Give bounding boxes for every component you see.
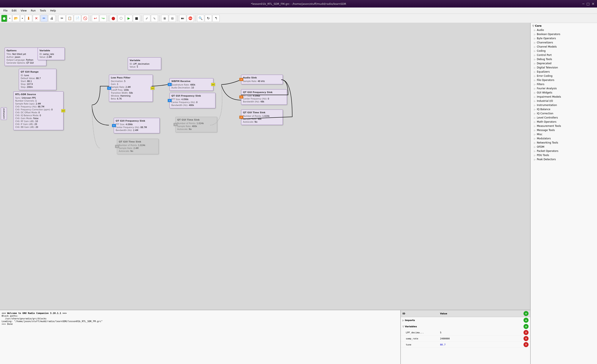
qt-time-sink3-block[interactable]: QT GUI Time Sink Number of Points: 1.024… [117, 139, 159, 154]
search-button[interactable]: 🔍 [197, 15, 204, 22]
paste-button[interactable]: 📄 [74, 15, 81, 22]
var-row-samp[interactable]: samp_rate 2400000 ✕ [401, 336, 530, 342]
qt-time-sink2-block[interactable]: QT GUI Time Sink Number of Points: 1.024… [175, 117, 217, 132]
menu-tools[interactable]: Tools [38, 9, 48, 13]
sidebar-item-control-port[interactable]: ▷ Control Port [531, 53, 597, 57]
open-button[interactable]: 📂 [13, 15, 20, 22]
menu-view[interactable]: View [19, 9, 28, 13]
audio-sink-in-port[interactable]: in [239, 78, 244, 81]
errors-button[interactable]: ⛔ [187, 15, 194, 22]
menu-file[interactable]: File [2, 9, 9, 13]
sidebar-item-byte-operators[interactable]: ▷ Byte Operators [531, 36, 597, 40]
qt-time-sink1-block[interactable]: QT GUI Time Sink Number of Points: 1.024… [241, 109, 283, 125]
qt-time-sink2-in-port[interactable]: in [173, 123, 178, 126]
add-var-button[interactable]: + [524, 324, 528, 329]
variables-section[interactable]: ▽ Variables + [401, 323, 530, 330]
sidebar-item-equalizers[interactable]: ▷ Equalizers [531, 70, 597, 74]
sidebar-item-modulators[interactable]: ▷ Modulators [531, 136, 597, 141]
sidebar-item-message-tools[interactable]: ▷ Message Tools [531, 128, 597, 132]
sidebar-item-channelizers[interactable]: ▷ Channelizers [531, 40, 597, 45]
zoom-out-button[interactable]: ⤡ [151, 15, 158, 22]
var-row-lpf[interactable]: LPF_decima... 5 ✕ [401, 330, 530, 336]
sidebar-item-peak-detectors[interactable]: ▷ Peak Detectors [531, 157, 597, 162]
rtl-sdr-block[interactable]: RTL-SDR Source Sync: Unknown PPS Number … [13, 91, 63, 130]
sidebar-item-error-coding[interactable]: ▷ Error Coding [531, 74, 597, 78]
close-window-button[interactable]: ✕ [592, 2, 595, 6]
sidebar-item-coding[interactable]: ▷ Coding [531, 49, 597, 53]
undo-button[interactable]: ↩ [92, 15, 99, 22]
minimize-button[interactable]: ─ [582, 2, 584, 6]
qt-freq-sink2-in-port[interactable]: in [168, 99, 172, 102]
var-row-tune[interactable]: tune 88.7 ✕ [401, 342, 530, 348]
qt-time-sink1-in-port[interactable]: in [239, 116, 244, 119]
menu-help[interactable]: Help [48, 9, 57, 13]
sidebar-item-deprecated[interactable]: ▷ Deprecated [531, 61, 597, 65]
cut-button[interactable]: ✂ [58, 15, 66, 22]
lpf-block[interactable]: Low Pass Filter Decimation: 5 Gain: 1 Sa… [109, 75, 153, 102]
copy-button[interactable]: 📋 [66, 15, 73, 22]
lpf-out-port[interactable]: out [150, 86, 155, 90]
print-button[interactable]: 🖨 [48, 15, 55, 22]
sidebar-item-impairment-models[interactable]: ▷ Impairment Models [531, 95, 597, 99]
stop-button[interactable]: ⬤ [110, 15, 117, 22]
align-button[interactable]: ⊞ [161, 15, 168, 22]
run-button[interactable]: ▶ [125, 15, 132, 22]
sidebar-item-boolean-operators[interactable]: ▷ Boolean Operators [531, 32, 597, 36]
menu-run[interactable]: Run [29, 9, 37, 13]
sidebar-item-fourier-analysis[interactable]: ▷ Fourier Analysis [531, 86, 597, 91]
new-button[interactable]: ● [1, 15, 7, 22]
wbfm-block[interactable]: WBFM Receive Quadrature Rate: 480k Audio… [170, 78, 213, 91]
sidebar-item-gui-widgets[interactable]: ▷ GUI Widgets [531, 91, 597, 95]
add-import-button[interactable]: + [524, 318, 528, 323]
menu-edit[interactable]: Edit [10, 9, 18, 13]
save-button[interactable]: ⬇ [25, 15, 32, 22]
sidebar-item-filters[interactable]: ▷ Filters [531, 82, 597, 86]
new-dropdown[interactable]: ▾ [8, 15, 12, 22]
sidebar-item-debug-tools[interactable]: ▷ Debug Tools [531, 57, 597, 61]
sidebar-item-audio[interactable]: ▷ Audio [531, 28, 597, 32]
variable1-block[interactable]: Variable ID: samp_rate Value: 2.4M [38, 47, 65, 60]
sidebar-item-ofdm[interactable]: ▷ OFDM [531, 145, 597, 149]
qt-freq-sink3-block[interactable]: QT GUI Frequency Sink FFT Size: 4.096k C… [114, 118, 160, 133]
imports-section[interactable]: ▷ Imports + [401, 317, 530, 323]
variable2-block[interactable]: Variable ID: LPF_decimation Value: 5 [128, 57, 161, 70]
add-variable-button[interactable]: + [524, 311, 528, 316]
sidebar-item-channel-models[interactable]: ▷ Channel Models [531, 45, 597, 49]
sidebar-item-iq-balance[interactable]: ▷ IQ Balance [531, 107, 597, 111]
edit-button[interactable]: ✏ [40, 15, 47, 22]
redo-button[interactable]: ↪ [100, 15, 107, 22]
sidebar-item-file-operators[interactable]: ▷ File Operators [531, 78, 597, 82]
canvas[interactable]: Options Title: Not titled yet Author: ja… [0, 23, 530, 310]
qt-time-sink3-in-port[interactable]: in [115, 145, 119, 148]
wbfm-out-port[interactable]: out [211, 83, 215, 86]
help-button[interactable]: ↰ [212, 15, 220, 22]
maximize-button[interactable]: □ [586, 2, 589, 6]
qt-range-block[interactable]: QT GUI Range ID: tune Default Value: 88.… [19, 69, 56, 90]
window-controls[interactable]: ─ □ ✕ [582, 2, 595, 6]
wbfm-in-port[interactable]: in [168, 83, 172, 86]
open-dropdown[interactable]: ▾ [20, 15, 24, 22]
qt-freq-sink3-in-port[interactable]: in [112, 124, 116, 127]
qt-freq-sink1-in-port[interactable]: in [239, 95, 244, 99]
sidebar-item-digital-television[interactable]: ▷ Digital Television [531, 65, 597, 70]
sidebar-item-instrumentation[interactable]: ▷ Instrumentation [531, 103, 597, 107]
sidebar-item-networking-tools[interactable]: ▷ Networking Tools [531, 141, 597, 145]
lpf-in-port[interactable]: in [107, 86, 111, 90]
sidebar-core-header[interactable]: ▽ Core [531, 24, 597, 28]
qt-freq-sink2-block[interactable]: QT GUI Frequency Sink FFT Size: 4.096k C… [170, 93, 215, 108]
canvas-area[interactable]: Options Title: Not titled yet Author: ja… [0, 23, 530, 364]
rtl-sdr-out-port[interactable]: out [61, 109, 65, 112]
sidebar-item-industrial-io[interactable]: ▷ Industrial I/O [531, 99, 597, 103]
sidebar-item-misc[interactable]: ▷ Misc [531, 132, 597, 136]
sidebar-item-measurement-tools[interactable]: ▷ Measurement Tools [531, 124, 597, 128]
sidebar-item-pdu-tools[interactable]: ▷ PDU Tools [531, 153, 597, 157]
delete-button[interactable]: 🚫 [82, 15, 89, 22]
close-button[interactable]: ✕ [33, 15, 40, 22]
qt-freq-sink1-block[interactable]: QT GUI Frequency Sink FFT Size: 4.096k C… [241, 89, 287, 105]
sidebar-item-iq-correction[interactable]: ▷ IQ Correction [531, 111, 597, 116]
skip-button[interactable]: ⏭ [179, 15, 186, 22]
sidebar-item-packet-operators[interactable]: ▷ Packet Operators [531, 149, 597, 153]
sidebar-item-level-controllers[interactable]: ▷ Level Controllers [531, 116, 597, 120]
sidebar-item-math-operators[interactable]: ▷ Math Operators [531, 120, 597, 124]
generate-button[interactable]: ⬡ [118, 15, 125, 22]
